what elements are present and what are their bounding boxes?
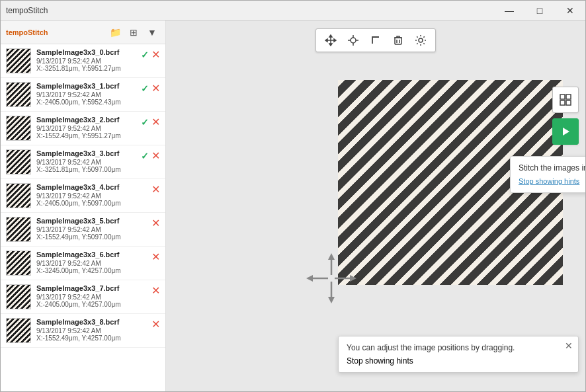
file-name: SampleImage3x3_6.bcrf <box>36 251 151 258</box>
file-date: 9/13/2017 9:52:42 AM <box>36 159 141 166</box>
file-item[interactable]: SampleImage3x3_4.bcrf 9/13/2017 9:52:42 … <box>1 179 165 213</box>
file-info: SampleImage3x3_8.bcrf 9/13/2017 9:52:42 … <box>36 318 151 342</box>
file-date: 9/13/2017 9:52:42 AM <box>36 125 141 132</box>
file-info: SampleImage3x3_2.bcrf 9/13/2017 9:52:42 … <box>36 116 141 139</box>
file-status: ✕ <box>151 284 160 297</box>
file-thumbnail <box>6 251 31 276</box>
dropdown-button[interactable]: ▼ <box>144 24 160 40</box>
svg-marker-20 <box>306 275 313 282</box>
folder-button[interactable]: 📁 <box>107 24 123 40</box>
file-status: ✕ <box>151 251 160 263</box>
file-status: ✕ <box>151 217 160 229</box>
svg-marker-4 <box>325 39 327 42</box>
delete-icon[interactable]: ✕ <box>151 251 160 263</box>
file-status: ✓ ✕ <box>141 48 160 61</box>
file-thumbnail <box>6 183 31 208</box>
settings-tool-button[interactable] <box>411 32 430 49</box>
file-item[interactable]: SampleImage3x3_2.bcrf 9/13/2017 9:52:42 … <box>1 112 165 145</box>
sidebar-header: tempoStitch 📁 ⊞ ▼ <box>1 20 165 44</box>
file-list: SampleImage3x3_0.bcrf 9/13/2017 9:52:42 … <box>1 44 165 348</box>
svg-rect-11 <box>395 38 401 44</box>
maximize-button[interactable]: □ <box>524 1 555 20</box>
delete-icon[interactable]: ✕ <box>151 217 160 229</box>
file-name: SampleImage3x3_5.bcrf <box>36 217 151 225</box>
grid-button[interactable]: ⊞ <box>126 24 142 40</box>
minimize-button[interactable]: — <box>494 1 524 20</box>
delete-icon[interactable]: ✕ <box>151 149 160 162</box>
stitch-hint-popup: Stitch the images into one image. ✕ Stop… <box>510 156 585 193</box>
stitch-hint-stop-button[interactable]: Stop showing hints <box>519 177 579 185</box>
play-button[interactable] <box>552 118 579 145</box>
check-icon: ✓ <box>141 151 149 161</box>
file-item[interactable]: SampleImage3x3_0.bcrf 9/13/2017 9:52:42 … <box>1 44 165 78</box>
file-name: SampleImage3x3_3.bcrf <box>36 149 141 157</box>
main-window: tempoStitch — □ ✕ tempoStitch 📁 ⊞ ▼ Samp… <box>0 0 586 392</box>
svg-point-6 <box>351 38 356 43</box>
svg-marker-5 <box>334 39 336 42</box>
file-name: SampleImage3x3_7.bcrf <box>36 284 151 292</box>
file-coords: X:-1552.49μm, Y:5097.00μm <box>36 233 151 241</box>
file-coords: X:-1552.49μm, Y:4257.00μm <box>36 334 151 342</box>
file-name: SampleImage3x3_1.bcrf <box>36 82 141 90</box>
file-name: SampleImage3x3_8.bcrf <box>36 318 151 326</box>
file-item[interactable]: SampleImage3x3_8.bcrf 9/13/2017 9:52:42 … <box>1 314 165 348</box>
file-info: SampleImage3x3_3.bcrf 9/13/2017 9:52:42 … <box>36 149 141 173</box>
file-thumbnail <box>6 284 31 309</box>
svg-rect-26 <box>560 100 565 105</box>
file-info: SampleImage3x3_6.bcrf 9/13/2017 9:52:42 … <box>36 251 151 274</box>
titlebar: tempoStitch — □ ✕ <box>1 1 585 20</box>
drag-hint-close-button[interactable]: ✕ <box>565 340 573 351</box>
file-coords: X:-2405.00μm, Y:5097.00μm <box>36 200 151 207</box>
file-info: SampleImage3x3_4.bcrf 9/13/2017 9:52:42 … <box>36 183 151 207</box>
crosshair-tool-button[interactable] <box>344 32 362 49</box>
file-info: SampleImage3x3_5.bcrf 9/13/2017 9:52:42 … <box>36 217 151 241</box>
file-coords: X:-1552.49μm, Y:5951.27μm <box>36 132 141 139</box>
delete-icon[interactable]: ✕ <box>151 48 160 61</box>
svg-point-14 <box>419 38 423 42</box>
delete-icon[interactable]: ✕ <box>151 82 160 95</box>
file-thumbnail <box>6 116 31 141</box>
drag-hint-stop-button[interactable]: Stop showing hints <box>347 356 413 366</box>
file-coords: X:-3251.81μm, Y:5097.00μm <box>36 166 141 173</box>
file-item[interactable]: SampleImage3x3_5.bcrf 9/13/2017 9:52:42 … <box>1 213 165 247</box>
check-icon: ✓ <box>141 117 149 128</box>
file-item[interactable]: SampleImage3x3_6.bcrf 9/13/2017 9:52:42 … <box>1 247 165 280</box>
svg-rect-24 <box>560 95 565 99</box>
delete-icon[interactable]: ✕ <box>151 318 160 331</box>
file-status: ✓ ✕ <box>141 149 160 162</box>
file-status: ✓ ✕ <box>141 82 160 95</box>
file-name: SampleImage3x3_2.bcrf <box>36 116 141 124</box>
toolbar <box>315 28 436 52</box>
file-item[interactable]: SampleImage3x3_7.bcrf 9/13/2017 9:52:42 … <box>1 280 165 314</box>
file-info: SampleImage3x3_0.bcrf 9/13/2017 9:52:42 … <box>36 48 141 72</box>
svg-marker-16 <box>328 253 335 260</box>
file-item[interactable]: SampleImage3x3_1.bcrf 9/13/2017 9:52:42 … <box>1 78 165 112</box>
check-icon: ✓ <box>141 83 149 94</box>
file-date: 9/13/2017 9:52:42 AM <box>36 226 151 233</box>
corner-tool-button[interactable] <box>366 32 385 49</box>
move-tool-button[interactable] <box>321 32 340 49</box>
canvas-area[interactable]: Stitch the images into one image. ✕ Stop… <box>166 20 585 391</box>
file-coords: X:-3245.00μm, Y:4257.00μm <box>36 267 151 274</box>
file-date: 9/13/2017 9:52:42 AM <box>36 260 151 267</box>
delete-tool-button[interactable] <box>389 32 407 49</box>
svg-marker-28 <box>563 128 569 136</box>
close-button[interactable]: ✕ <box>555 1 585 20</box>
fit-view-button[interactable] <box>552 87 579 113</box>
delete-icon[interactable]: ✕ <box>151 284 160 297</box>
file-info: SampleImage3x3_1.bcrf 9/13/2017 9:52:42 … <box>36 82 141 106</box>
right-buttons <box>552 87 579 145</box>
delete-icon[interactable]: ✕ <box>151 183 160 196</box>
file-status: ✕ <box>151 318 160 331</box>
file-item[interactable]: SampleImage3x3_3.bcrf 9/13/2017 9:52:42 … <box>1 145 165 179</box>
drag-hint-text: You can adjust the image positions by dr… <box>347 343 570 352</box>
drag-hint-popup: You can adjust the image positions by dr… <box>338 336 579 373</box>
file-thumbnail <box>6 82 31 107</box>
file-thumbnail <box>6 149 31 175</box>
file-coords: X:-2405.00μm, Y:5952.43μm <box>36 98 141 106</box>
sidebar-toolbar: 📁 ⊞ ▼ <box>107 24 160 40</box>
stitch-hint-text: Stitch the images into one image. <box>519 163 585 173</box>
delete-icon[interactable]: ✕ <box>151 116 160 128</box>
svg-marker-18 <box>328 297 335 303</box>
svg-rect-25 <box>566 95 571 99</box>
